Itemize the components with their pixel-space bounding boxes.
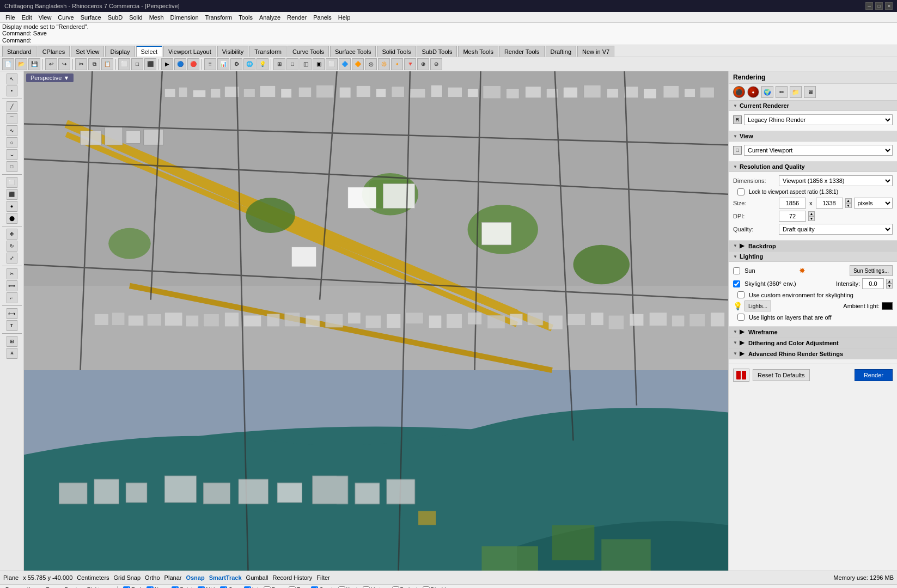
lt-sphere[interactable]: ● xyxy=(7,201,17,212)
tab-transform[interactable]: Transform xyxy=(249,46,286,57)
tab-display[interactable]: Display xyxy=(105,46,135,57)
render-icon-sun[interactable]: ✏ xyxy=(776,86,788,98)
tb-view4[interactable]: ▣ xyxy=(313,58,325,70)
intensity-down[interactable]: ▼ xyxy=(886,284,893,289)
lt-select[interactable]: ↖ xyxy=(7,74,17,84)
lt-surface[interactable]: ⬜ xyxy=(7,177,17,188)
height-up[interactable]: ▲ xyxy=(845,198,852,203)
reset-button[interactable]: Reset To Defaults xyxy=(753,369,810,381)
tb-view2[interactable]: □ xyxy=(286,58,298,70)
status-ortho[interactable]: Ortho xyxy=(145,574,160,581)
height-down[interactable]: ▼ xyxy=(845,203,852,208)
lt-analysis[interactable]: ☀ xyxy=(7,348,17,359)
tab-subd-tools[interactable]: SubD Tools xyxy=(417,46,457,57)
menu-file[interactable]: File xyxy=(2,12,19,22)
tab-curve-tools[interactable]: Curve Tools xyxy=(288,46,329,57)
menu-solid[interactable]: Solid xyxy=(126,12,145,22)
dpi-input[interactable] xyxy=(779,211,806,222)
menu-subd[interactable]: SubD xyxy=(105,12,126,22)
tab-surface-tools[interactable]: Surface Tools xyxy=(330,46,376,57)
lt-scale[interactable]: ⤢ xyxy=(7,253,17,264)
menu-transform[interactable]: Transform xyxy=(202,12,236,22)
tab-select[interactable]: Select xyxy=(136,46,163,57)
render-icon-display[interactable]: 🖥 xyxy=(804,86,816,98)
tab-mesh-tools[interactable]: Mesh Tools xyxy=(458,46,498,57)
minimize-button[interactable]: ─ xyxy=(865,2,873,10)
tb-view1[interactable]: ⊞ xyxy=(273,58,285,70)
tb-save[interactable]: 💾 xyxy=(28,58,40,70)
lt-polyline[interactable]: ⌒ xyxy=(7,113,17,124)
lt-line[interactable]: ╱ xyxy=(7,101,17,112)
dpi-up[interactable]: ▲ xyxy=(808,211,815,216)
section-wireframe[interactable]: ▶Wireframe xyxy=(729,327,897,338)
tb-snap6[interactable]: 🔻 xyxy=(404,58,416,70)
menu-analyze[interactable]: Analyze xyxy=(256,12,284,22)
tb-open[interactable]: 📂 xyxy=(15,58,27,70)
height-spinner[interactable]: ▲ ▼ xyxy=(845,198,852,208)
lt-extend[interactable]: ⟺ xyxy=(7,280,17,291)
menu-panels[interactable]: Panels xyxy=(310,12,335,22)
tb-select-all[interactable]: ⬜ xyxy=(118,58,130,70)
height-input[interactable] xyxy=(816,198,843,209)
lt-rect[interactable]: □ xyxy=(7,161,17,172)
tb-render3[interactable]: 🔴 xyxy=(187,58,199,70)
section-resolution[interactable]: Resolution and Quality xyxy=(729,162,897,172)
menu-dimension[interactable]: Dimension xyxy=(167,12,202,22)
tb-undo[interactable]: ↩ xyxy=(45,58,57,70)
skylight-checkbox[interactable] xyxy=(733,280,740,287)
tab-solid-tools[interactable]: Solid Tools xyxy=(377,46,416,57)
lt-trim[interactable]: ✂ xyxy=(7,268,17,279)
tb-snap4[interactable]: 🔅 xyxy=(378,58,390,70)
tab-visibility[interactable]: Visibility xyxy=(217,46,249,57)
custom-env-checkbox[interactable] xyxy=(737,291,745,298)
lt-grid[interactable]: ⊞ xyxy=(7,336,17,347)
tb-invert[interactable]: ⬛ xyxy=(144,58,156,70)
status-osnap[interactable]: Osnap xyxy=(186,574,204,581)
menu-help[interactable]: Help xyxy=(335,12,354,22)
status-smarttrack[interactable]: SmartTrack xyxy=(209,574,242,581)
section-backdrop[interactable]: ▶Backdrop xyxy=(729,241,897,252)
lights-button[interactable]: Lights... xyxy=(745,301,771,311)
tab-setview[interactable]: Set View xyxy=(71,46,104,57)
menu-render[interactable]: Render xyxy=(284,12,310,22)
lt-box[interactable]: ⬛ xyxy=(7,189,17,200)
view-select[interactable]: Current Viewport xyxy=(744,145,893,156)
section-view[interactable]: View xyxy=(729,131,897,142)
tab-viewport-layout[interactable]: Viewport Layout xyxy=(163,46,216,57)
tb-view5[interactable]: ⬜ xyxy=(326,58,338,70)
section-lighting[interactable]: Lighting xyxy=(729,252,897,262)
tab-new-v7[interactable]: New in V7 xyxy=(577,46,614,57)
menu-edit[interactable]: Edit xyxy=(19,12,35,22)
dimensions-select[interactable]: Viewport (1856 x 1338) xyxy=(779,175,893,186)
tb-snap1[interactable]: 🔷 xyxy=(339,58,351,70)
lt-cylinder[interactable]: ⬤ xyxy=(7,213,17,224)
sun-settings-button[interactable]: Sun Settings... xyxy=(850,265,893,276)
intensity-spinner[interactable]: ▲ ▼ xyxy=(886,279,893,289)
tb-paste[interactable]: 📋 xyxy=(101,58,113,70)
use-layers-checkbox[interactable] xyxy=(737,314,745,321)
status-planar[interactable]: Planar xyxy=(164,574,182,581)
tb-render2[interactable]: 🔵 xyxy=(174,58,186,70)
tab-render-tools[interactable]: Render Tools xyxy=(499,46,545,57)
status-gumball[interactable]: Gumball xyxy=(246,574,269,581)
render-icon-material[interactable]: ● xyxy=(747,86,759,98)
renderer-select[interactable]: Legacy Rhino Render xyxy=(744,114,893,125)
render-icon-folder[interactable]: 📁 xyxy=(790,86,802,98)
lt-fillet[interactable]: ⌐ xyxy=(7,292,17,303)
tb-snap7[interactable]: ⊕ xyxy=(417,58,429,70)
tb-copy[interactable]: ⧉ xyxy=(88,58,100,70)
lock-aspect-checkbox[interactable] xyxy=(737,188,745,195)
tab-drafting[interactable]: Drafting xyxy=(546,46,577,57)
tb-redo[interactable]: ↪ xyxy=(58,58,70,70)
menu-mesh[interactable]: Mesh xyxy=(146,12,167,22)
viewport[interactable]: Perspective ▼ xyxy=(24,71,728,571)
lt-circle[interactable]: ○ xyxy=(7,137,17,148)
ambient-color-swatch[interactable] xyxy=(882,302,893,310)
lt-rotate[interactable]: ↻ xyxy=(7,241,17,252)
sun-checkbox[interactable] xyxy=(733,267,740,274)
render-icon-orb[interactable]: ⚫ xyxy=(733,86,745,98)
tb-render5[interactable]: 🌐 xyxy=(243,58,255,70)
menu-surface[interactable]: Surface xyxy=(77,12,105,22)
status-grid-snap[interactable]: Grid Snap xyxy=(114,574,141,581)
command-input[interactable] xyxy=(34,36,197,44)
